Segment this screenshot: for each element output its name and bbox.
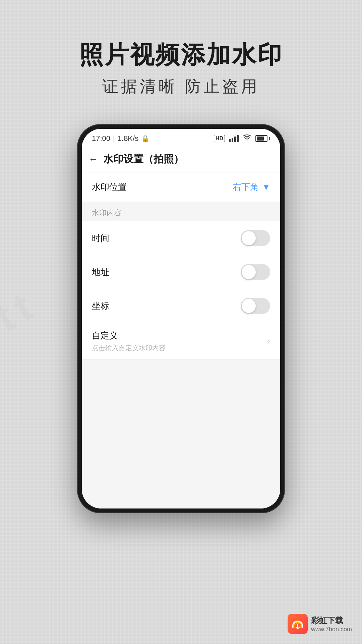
- main-title: 照片视频添加水印: [79, 40, 283, 69]
- brand-logo: [288, 614, 308, 634]
- watermark-position-row[interactable]: 水印位置 右下角 ▼: [82, 172, 280, 202]
- watermark-content-label: 水印内容: [92, 209, 121, 217]
- coordinate-label: 坐标: [92, 300, 109, 312]
- time-toggle[interactable]: [241, 230, 270, 246]
- watermark-overlay: Itt: [0, 280, 46, 350]
- status-right: HD: [214, 134, 270, 143]
- settings-content: 水印位置 右下角 ▼ 水印内容 时间: [82, 172, 280, 508]
- brand-section: 彩虹下载 www.7hon.com: [288, 614, 352, 634]
- custom-row[interactable]: 自定义 点击输入自定义水印内容 ›: [82, 323, 280, 360]
- custom-label-sub: 点击输入自定义水印内容: [92, 343, 166, 353]
- status-bar: 17:00 | 1.8K/s 🔒 HD: [82, 129, 280, 146]
- address-toggle-row[interactable]: 地址: [82, 255, 280, 289]
- hd-badge: HD: [214, 135, 225, 142]
- toggle-knob: [242, 231, 256, 245]
- battery-icon: [255, 135, 270, 142]
- network-speed: 1.8K/s: [118, 134, 138, 143]
- position-section: 水印位置 右下角 ▼: [82, 172, 280, 202]
- watermark-content-section-header: 水印内容: [82, 202, 280, 221]
- chevron-down-icon: ▼: [262, 182, 270, 192]
- chevron-right-icon: ›: [267, 336, 270, 346]
- network-icon: 🔒: [141, 135, 149, 143]
- time-label: 时间: [92, 232, 109, 244]
- toggle-knob: [242, 265, 256, 279]
- watermark-position-value: 右下角: [233, 181, 259, 193]
- watermark-position-label: 水印位置: [92, 181, 127, 193]
- brand-url: www.7hon.com: [311, 626, 352, 633]
- phone-screen: 17:00 | 1.8K/s 🔒 HD: [82, 129, 280, 508]
- address-label: 地址: [92, 266, 109, 278]
- coordinate-toggle[interactable]: [241, 298, 270, 314]
- phone-mockup: 17:00 | 1.8K/s 🔒 HD: [77, 124, 285, 513]
- custom-label-area: 自定义 点击输入自定义水印内容: [92, 330, 166, 353]
- brand-text: 彩虹下载 www.7hon.com: [311, 615, 352, 633]
- sub-title: 证据清晰 防止盗用: [79, 76, 283, 97]
- brand-name: 彩虹下载: [311, 615, 352, 626]
- address-toggle[interactable]: [241, 264, 270, 280]
- signal-icon: [229, 135, 239, 142]
- separator: |: [113, 134, 115, 143]
- position-right: 右下角 ▼: [233, 181, 270, 193]
- wifi-icon: [243, 134, 251, 143]
- time-display: 17:00: [92, 134, 110, 143]
- custom-label-main: 自定义: [92, 330, 166, 341]
- app-title: 水印设置（拍照）: [103, 152, 184, 166]
- time-toggle-row[interactable]: 时间: [82, 221, 280, 255]
- app-header: ← 水印设置（拍照）: [82, 146, 280, 172]
- status-left: 17:00 | 1.8K/s 🔒: [92, 134, 149, 143]
- back-button[interactable]: ←: [88, 154, 98, 165]
- page-wrapper: 照片视频添加水印 证据清晰 防止盗用 17:00 | 1.8K/s 🔒 HD: [0, 0, 362, 644]
- coordinate-toggle-row[interactable]: 坐标: [82, 289, 280, 323]
- toggle-knob: [242, 299, 256, 313]
- header-section: 照片视频添加水印 证据清晰 防止盗用: [79, 40, 283, 97]
